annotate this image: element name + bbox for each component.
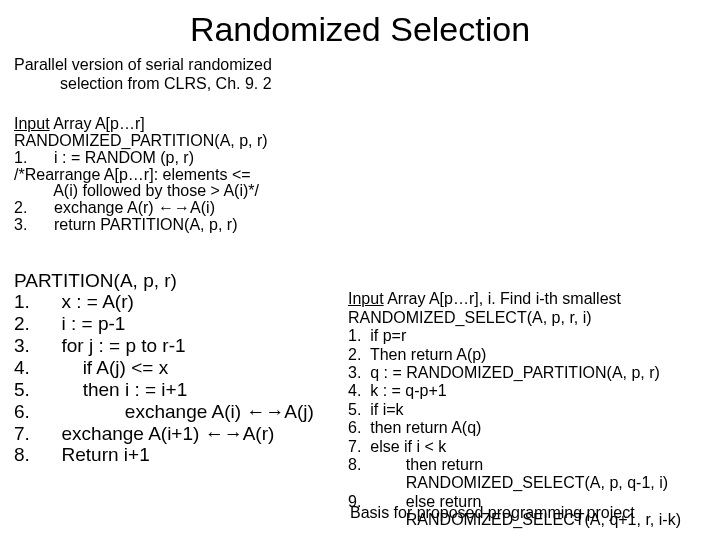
part-step-7: 7. exchange A(i+1) ←→A(r) [14, 423, 274, 444]
rp-comment-1: /*Rearrange A[p…r]: elements <= [14, 166, 251, 183]
rp-step-1: 1. i : = RANDOM (p, r) [14, 149, 194, 166]
part-step-6: 6. exchange A(i) ←→A(j) [14, 401, 314, 422]
sel-step-4: 4. k : = q-p+1 [348, 382, 447, 399]
sel-input-text: Array A[p…r], i. Find i-th smallest [384, 290, 621, 307]
footer-note: Basis for proposed programming project [350, 504, 635, 522]
sel-name: RANDOMIZED_SELECT(A, p, r, i) [348, 309, 592, 326]
part-step-1: 1. x : = A(r) [14, 291, 134, 312]
randomized-partition-block: Input Array A[p…r] RANDOMIZED_PARTITION(… [0, 99, 720, 233]
input-label: Input [14, 115, 50, 132]
part-step-8: 8. Return i+1 [14, 444, 150, 465]
sel-step-2: 2. Then return A(p) [348, 346, 486, 363]
part-step-3: 3. for j : = p to r-1 [14, 335, 186, 356]
sel-step-7: 7. else if i < k [348, 438, 446, 455]
intro-line-2: selection from CLRS, Ch. 9. 2 [14, 74, 706, 93]
page-title: Randomized Selection [0, 0, 720, 55]
intro-text: Parallel version of serial randomized se… [0, 55, 720, 93]
intro-line-1: Parallel version of serial randomized [14, 55, 706, 74]
sel-input-label: Input [348, 290, 384, 307]
part-step-2: 2. i : = p-1 [14, 313, 125, 334]
sel-step-1: 1. if p=r [348, 327, 406, 344]
sel-step-8: 8. then return [348, 456, 483, 473]
randomized-select-block: Input Array A[p…r], i. Find i-th smalles… [348, 272, 681, 529]
rp-comment-2: A(i) followed by those > A(i)*/ [14, 182, 259, 199]
sel-step-3: 3. q : = RANDOMIZED_PARTITION(A, p, r) [348, 364, 660, 381]
sel-step-8b: RANDOMIZED_SELECT(A, p, q-1, i) [348, 474, 668, 491]
input-text: Array A[p…r] [50, 115, 145, 132]
sel-step-5: 5. if i=k [348, 401, 404, 418]
rp-step-2: 2. exchange A(r) ←→A(i) [14, 199, 215, 216]
rp-name: RANDOMIZED_PARTITION(A, p, r) [14, 132, 268, 149]
sel-step-6: 6. then return A(q) [348, 419, 481, 436]
slide: Randomized Selection Parallel version of… [0, 0, 720, 540]
rp-step-3: 3. return PARTITION(A, p, r) [14, 216, 237, 233]
part-name: PARTITION(A, p, r) [14, 270, 177, 291]
part-step-4: 4. if A(j) <= x [14, 357, 168, 378]
part-step-5: 5. then i : = i+1 [14, 379, 187, 400]
